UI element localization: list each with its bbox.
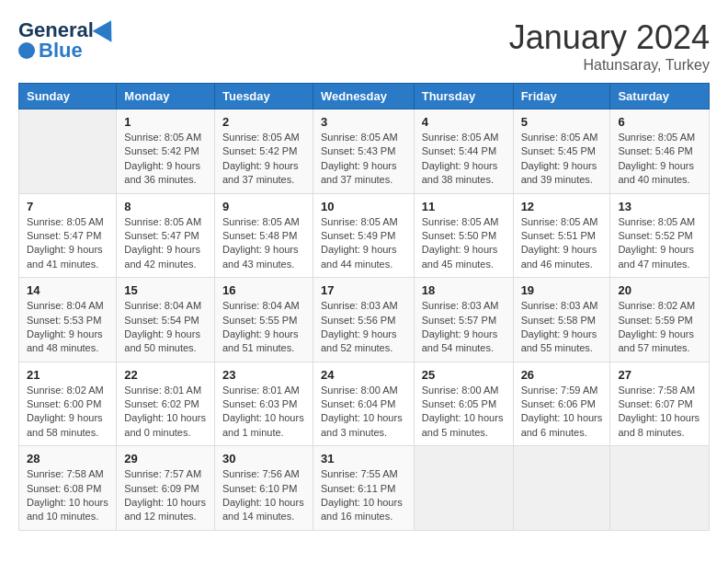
daylight-text: Daylight: 10 hours and 14 minutes.: [222, 497, 304, 522]
calendar-day-cell: 28Sunrise: 7:58 AMSunset: 6:08 PMDayligh…: [19, 446, 117, 531]
sunset-text: Sunset: 5:46 PM: [618, 145, 692, 156]
daylight-text: Daylight: 9 hours and 42 minutes.: [124, 244, 200, 269]
page-header: General Blue January 2024 Hatunsaray, Tu…: [18, 18, 710, 74]
calendar-day-cell: [610, 446, 710, 531]
logo-triangle-icon: [93, 15, 121, 41]
daylight-text: Daylight: 10 hours and 16 minutes.: [321, 497, 403, 522]
day-number: 8: [124, 200, 207, 213]
sunset-text: Sunset: 5:56 PM: [321, 315, 395, 326]
calendar-header: SundayMondayTuesdayWednesdayThursdayFrid…: [19, 84, 710, 109]
calendar-day-cell: 7Sunrise: 8:05 AMSunset: 5:47 PMDaylight…: [19, 193, 117, 278]
sunrise-text: Sunrise: 8:00 AM: [321, 385, 398, 396]
sunset-text: Sunset: 5:45 PM: [521, 145, 596, 156]
sunset-text: Sunset: 6:06 PM: [521, 398, 596, 409]
day-number: 2: [222, 115, 305, 129]
calendar-day-cell: [513, 446, 610, 531]
sunrise-text: Sunrise: 8:05 AM: [222, 216, 300, 227]
day-info: Sunrise: 8:05 AMSunset: 5:42 PMDaylight:…: [124, 131, 207, 188]
sunrise-text: Sunrise: 8:03 AM: [321, 300, 398, 311]
day-info: Sunrise: 8:01 AMSunset: 6:02 PMDaylight:…: [124, 384, 207, 441]
calendar-day-cell: 3Sunrise: 8:05 AMSunset: 5:43 PMDaylight…: [313, 109, 414, 194]
month-title: January 2024: [509, 18, 710, 57]
daylight-text: Daylight: 10 hours and 0 minutes.: [124, 412, 206, 437]
calendar-day-cell: 1Sunrise: 8:05 AMSunset: 5:42 PMDaylight…: [117, 109, 215, 194]
daylight-text: Daylight: 9 hours and 39 minutes.: [521, 160, 597, 185]
sunrise-text: Sunrise: 7:58 AM: [618, 385, 695, 396]
day-number: 14: [27, 283, 108, 297]
calendar-day-cell: 2Sunrise: 8:05 AMSunset: 5:42 PMDaylight…: [214, 109, 313, 194]
sunrise-text: Sunrise: 8:05 AM: [422, 132, 499, 143]
day-number: 5: [521, 115, 603, 129]
day-info: Sunrise: 8:04 AMSunset: 5:55 PMDaylight:…: [222, 299, 305, 356]
calendar-day-cell: 11Sunrise: 8:05 AMSunset: 5:50 PMDayligh…: [414, 193, 513, 278]
day-info: Sunrise: 8:01 AMSunset: 6:03 PMDaylight:…: [222, 384, 305, 441]
sunset-text: Sunset: 6:03 PM: [222, 398, 297, 409]
calendar-day-cell: 10Sunrise: 8:05 AMSunset: 5:49 PMDayligh…: [313, 193, 414, 278]
day-number: 12: [521, 200, 603, 213]
day-info: Sunrise: 8:05 AMSunset: 5:42 PMDaylight:…: [222, 131, 305, 188]
calendar-day-cell: 20Sunrise: 8:02 AMSunset: 5:59 PMDayligh…: [610, 278, 710, 362]
calendar-week-row: 21Sunrise: 8:02 AMSunset: 6:00 PMDayligh…: [19, 362, 710, 446]
sunrise-text: Sunrise: 8:05 AM: [321, 216, 398, 227]
logo-blue: Blue: [39, 39, 83, 63]
weekday-header: Monday: [117, 84, 215, 109]
sunset-text: Sunset: 5:54 PM: [124, 315, 199, 326]
sunset-text: Sunset: 6:02 PM: [124, 398, 199, 409]
sunset-text: Sunset: 5:57 PM: [422, 315, 496, 326]
day-info: Sunrise: 7:57 AMSunset: 6:09 PMDaylight:…: [124, 467, 207, 524]
calendar-day-cell: 14Sunrise: 8:04 AMSunset: 5:53 PMDayligh…: [19, 278, 117, 362]
day-info: Sunrise: 8:05 AMSunset: 5:47 PMDaylight:…: [124, 215, 207, 272]
calendar-day-cell: 21Sunrise: 8:02 AMSunset: 6:00 PMDayligh…: [19, 362, 117, 446]
day-info: Sunrise: 8:05 AMSunset: 5:46 PMDaylight:…: [618, 131, 701, 188]
calendar-day-cell: 13Sunrise: 8:05 AMSunset: 5:52 PMDayligh…: [610, 193, 710, 278]
day-number: 4: [422, 115, 506, 129]
sunrise-text: Sunrise: 8:04 AM: [222, 300, 300, 311]
sunset-text: Sunset: 5:42 PM: [222, 145, 297, 156]
calendar-day-cell: 15Sunrise: 8:04 AMSunset: 5:54 PMDayligh…: [117, 278, 215, 362]
sunrise-text: Sunrise: 8:05 AM: [222, 132, 300, 143]
sunrise-text: Sunrise: 7:59 AM: [521, 385, 598, 396]
weekday-header: Wednesday: [313, 84, 414, 109]
day-number: 9: [222, 200, 305, 213]
day-info: Sunrise: 8:04 AMSunset: 5:53 PMDaylight:…: [27, 299, 108, 356]
day-info: Sunrise: 8:05 AMSunset: 5:52 PMDaylight:…: [618, 215, 701, 272]
daylight-text: Daylight: 9 hours and 54 minutes.: [422, 328, 498, 353]
sunrise-text: Sunrise: 8:03 AM: [521, 300, 598, 311]
day-info: Sunrise: 7:55 AMSunset: 6:11 PMDaylight:…: [321, 467, 406, 524]
day-info: Sunrise: 8:05 AMSunset: 5:47 PMDaylight:…: [27, 215, 108, 272]
daylight-text: Daylight: 10 hours and 10 minutes.: [27, 497, 108, 522]
daylight-text: Daylight: 9 hours and 47 minutes.: [618, 244, 694, 269]
day-number: 3: [321, 115, 406, 129]
calendar-day-cell: 30Sunrise: 7:56 AMSunset: 6:10 PMDayligh…: [214, 446, 313, 531]
day-number: 6: [618, 115, 701, 129]
sunrise-text: Sunrise: 8:05 AM: [321, 132, 398, 143]
day-info: Sunrise: 7:58 AMSunset: 6:08 PMDaylight:…: [27, 467, 108, 524]
day-info: Sunrise: 8:05 AMSunset: 5:44 PMDaylight:…: [422, 131, 506, 188]
sunrise-text: Sunrise: 8:03 AM: [422, 300, 499, 311]
day-number: 15: [124, 283, 207, 297]
daylight-text: Daylight: 10 hours and 6 minutes.: [521, 412, 603, 437]
weekday-row: SundayMondayTuesdayWednesdayThursdayFrid…: [19, 84, 710, 109]
sunrise-text: Sunrise: 8:05 AM: [422, 216, 499, 227]
sunrise-text: Sunrise: 8:05 AM: [124, 132, 201, 143]
day-info: Sunrise: 7:56 AMSunset: 6:10 PMDaylight:…: [222, 467, 305, 524]
daylight-text: Daylight: 9 hours and 58 minutes.: [27, 412, 103, 437]
daylight-text: Daylight: 9 hours and 41 minutes.: [27, 244, 103, 269]
day-number: 30: [222, 452, 305, 465]
sunrise-text: Sunrise: 8:05 AM: [124, 216, 201, 227]
calendar-day-cell: 6Sunrise: 8:05 AMSunset: 5:46 PMDaylight…: [610, 109, 710, 194]
daylight-text: Daylight: 9 hours and 52 minutes.: [321, 328, 397, 353]
sunrise-text: Sunrise: 7:56 AM: [222, 468, 300, 479]
sunset-text: Sunset: 5:53 PM: [27, 315, 101, 326]
daylight-text: Daylight: 9 hours and 55 minutes.: [521, 328, 597, 353]
daylight-text: Daylight: 9 hours and 44 minutes.: [321, 244, 397, 269]
calendar-week-row: 14Sunrise: 8:04 AMSunset: 5:53 PMDayligh…: [19, 278, 710, 362]
weekday-header: Thursday: [414, 84, 513, 109]
sunset-text: Sunset: 5:47 PM: [27, 230, 101, 241]
day-number: 20: [618, 283, 701, 297]
sunset-text: Sunset: 5:47 PM: [124, 230, 199, 241]
calendar-day-cell: 29Sunrise: 7:57 AMSunset: 6:09 PMDayligh…: [117, 446, 215, 531]
daylight-text: Daylight: 9 hours and 46 minutes.: [521, 244, 597, 269]
day-number: 25: [422, 368, 506, 382]
sunrise-text: Sunrise: 8:05 AM: [27, 216, 104, 227]
